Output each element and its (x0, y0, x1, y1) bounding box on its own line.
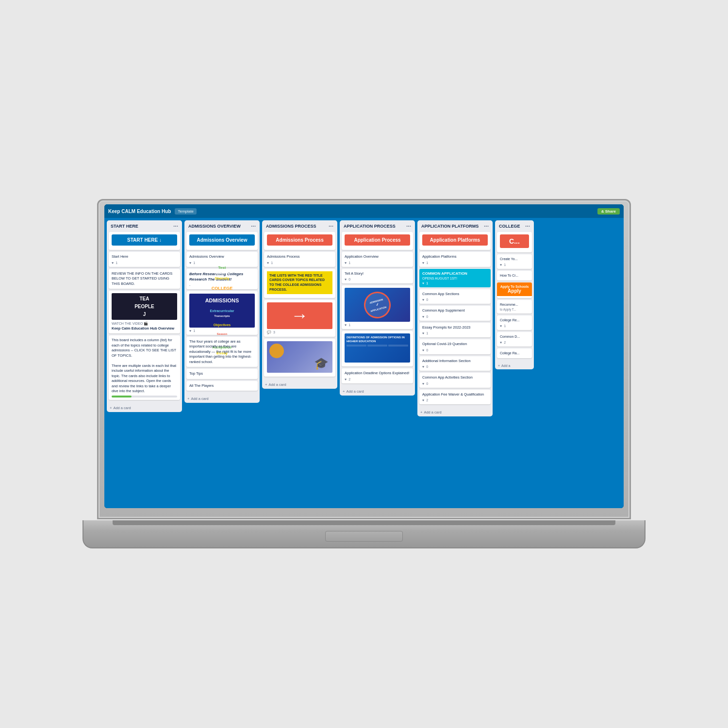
tell-story-text: Tell A Story! (345, 271, 410, 277)
card-apply-btn[interactable]: Apply To Schools Apply (497, 282, 532, 298)
card-fee-waiver[interactable]: Application Fee Waiver & Qualification ♥… (419, 390, 491, 405)
add-card-admissions-process[interactable]: + Add a card (262, 381, 337, 389)
card-quote[interactable]: The four years of college are as importa… (186, 337, 258, 367)
card-title: Start Here (112, 254, 177, 260)
card-highlight[interactable]: THE LISTS WITH THE RED TITLE CARDS COVER… (264, 269, 335, 298)
card-footer: ♥ 1 (345, 261, 410, 265)
column-body-college: C... Create Yo... ♥ 1 (495, 232, 534, 362)
fee-waiver-text: Application Fee Waiver & Qualification (422, 392, 488, 397)
column-header-application-platforms: APPLICATION PLATFORMS ··· (417, 220, 493, 232)
like-count: 2 (348, 378, 350, 381)
add-card-application-process[interactable]: + Add a card (340, 387, 415, 396)
card-app-platforms-link[interactable]: Application Platforms ♥ 1 (419, 252, 491, 267)
like-count: 2 (504, 341, 506, 344)
card-app-overview[interactable]: Application Overview ♥ 1 (342, 252, 413, 267)
like-count: 1 (504, 263, 506, 266)
card-arrow[interactable]: → 💬 3 (264, 300, 335, 337)
card-description[interactable]: This board includes a column (list) for … (109, 335, 180, 400)
card-footer: ♥ 1 (500, 324, 529, 328)
card-all-players[interactable]: All The Players (186, 381, 258, 391)
card-footer: ♥ 1 (422, 261, 488, 265)
column-header-admissions-overview: ADMISSIONS OVERVIEW ··· (184, 220, 260, 232)
plus-icon: + (187, 397, 189, 401)
card-common-application[interactable]: COMMON APPLICATION OPENS AUGUST 1ST! ♥ 1 (419, 269, 491, 287)
card-additional-info[interactable]: Additional Information Section ♥ 0 (419, 356, 491, 371)
plus-icon: + (498, 364, 500, 367)
comment-icon: 💬 (267, 331, 271, 334)
card-photo[interactable]: 🎓 (264, 339, 335, 377)
card-admissions-banner[interactable]: Admissions Overview (186, 232, 258, 250)
column-menu-college[interactable]: ··· (525, 223, 530, 230)
column-menu-application-platforms[interactable]: ··· (484, 223, 489, 230)
card-tell-story[interactable]: Tell A Story! ♥ 0 (342, 269, 413, 284)
column-admissions-overview: ADMISSIONS OVERVIEW ··· Admissions Overv… (184, 220, 260, 403)
card-start-here-banner[interactable]: START HERE ↓ (109, 232, 180, 250)
word-cloud-image: Test Students Diversity COLLEGE ADMISSIO… (189, 294, 255, 328)
card-covid-question[interactable]: Optional Covid-19 Question ♥ 0 (419, 339, 491, 354)
card-footer: ♥ 2 (500, 341, 529, 344)
card-common-app-sections[interactable]: Common App Sections ♥ 0 (419, 289, 491, 304)
card-deadline[interactable]: Application Deadline Options Explained! … (342, 368, 413, 383)
card-review-info[interactable]: REVIEW THE INFO ON THE CARDS BELOW TO GE… (109, 269, 180, 289)
column-title-application-platforms: APPLICATION PLATFORMS (421, 224, 479, 229)
like-count: 1 (348, 261, 350, 265)
card-footer: ♥ 0 (422, 348, 488, 352)
column-menu-start-here[interactable]: ··· (173, 223, 178, 230)
like-count: 1 (271, 261, 273, 265)
column-admissions-process: ADMISSIONS PROCESS ··· Admissions Proces… (262, 220, 337, 389)
common-app-supplement-text: Common App Supplement (422, 308, 488, 314)
card-college-re[interactable]: College Re... ♥ 1 (497, 315, 532, 330)
card-video[interactable]: TEA PEOPLE J WATCH THE VIDEO 🎬 Keep Calm… (109, 291, 180, 333)
add-card-label: Add a card (346, 389, 364, 394)
card-footer: ♥ 0 (422, 382, 488, 385)
laptop-trackpad (325, 531, 403, 542)
common-d-text: Common D... (500, 334, 529, 339)
admission-image: ADMISSION ✓ APPLICATION (345, 288, 410, 322)
share-button[interactable]: & Share (597, 208, 620, 215)
card-how-to-cr[interactable]: How To Cr... (497, 271, 532, 281)
card-admissions-process-banner[interactable]: Admissions Process (264, 232, 335, 250)
card-admissions-link[interactable]: Admissions Overview ♥ 1 (186, 252, 258, 267)
like-count: 1 (426, 331, 428, 335)
column-start-here: START HERE ··· START HERE ↓ Start (107, 220, 182, 412)
card-top-tips[interactable]: Top Tips (186, 369, 258, 379)
like-icon: ♥ (422, 315, 424, 318)
add-card-admissions-overview[interactable]: + Add a card (184, 395, 260, 403)
card-app-platforms-banner[interactable]: Application Platforms (419, 232, 491, 250)
card-start-here-link[interactable]: Start Here ♥ 1 (109, 252, 180, 267)
screen-bezel: Keep CALM Education Hub Template & Share… (104, 204, 624, 508)
card-essay-prompts[interactable]: Essay Prompts for 2022-2023 ♥ 1 (419, 323, 491, 338)
column-menu-admissions[interactable]: ··· (251, 223, 256, 230)
common-app-sections-text: Common App Sections (422, 292, 488, 297)
apply-schools-button[interactable]: Apply To Schools Apply (497, 282, 532, 296)
card-college-ra[interactable]: College Ra... (497, 348, 532, 358)
card-recommend[interactable]: Recomme... to Apply T... (497, 300, 532, 314)
card-admission-image[interactable]: ADMISSION ✓ APPLICATION (342, 285, 413, 329)
plus-icon: + (420, 410, 422, 414)
like-icon: ♥ (500, 341, 502, 344)
card-footer: 💬 3 (267, 331, 332, 334)
card-common-d[interactable]: Common D... ♥ 2 (497, 332, 532, 347)
card-common-app-supplement[interactable]: Common App Supplement ♥ 0 (419, 306, 491, 321)
card-admissions-process-link[interactable]: Admissions Process ♥ 1 (264, 252, 335, 267)
add-card-college[interactable]: + Add a (495, 362, 534, 369)
like-icon: ♥ (422, 261, 424, 265)
card-create-yo[interactable]: Create Yo... ♥ 1 (497, 254, 532, 269)
add-card-label: Add a card (268, 382, 286, 387)
add-card-application-platforms[interactable]: + Add a card (417, 408, 493, 416)
card-info-graphic[interactable]: DEFINITIONS OF ADMISSION OPTIONS IN HIGH… (342, 331, 413, 366)
column-menu-application-process[interactable]: ··· (406, 223, 411, 230)
card-footer: ♥ 1 (112, 261, 177, 265)
card-application-process-banner[interactable]: Application Process (342, 232, 413, 250)
add-card-label: Add a card (191, 397, 208, 401)
like-icon: ♥ (345, 378, 347, 381)
card-word-cloud[interactable]: Test Students Diversity COLLEGE ADMISSIO… (186, 291, 258, 335)
card-activities-section[interactable]: Common App Activities Section ♥ 0 (419, 373, 491, 388)
add-card-start-here[interactable]: + Add a card (107, 404, 182, 412)
how-to-cr-text: How To Cr... (500, 273, 529, 278)
like-icon: ♥ (500, 324, 502, 328)
add-card-label: Add a (501, 364, 510, 367)
template-button[interactable]: Template (175, 208, 196, 215)
card-college-banner[interactable]: C... (497, 232, 532, 252)
column-menu-admissions-process[interactable]: ··· (329, 223, 333, 230)
